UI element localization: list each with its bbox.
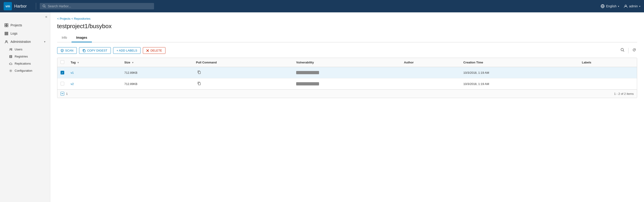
cloud-icon [9,62,12,65]
row-pull-command[interactable] [193,78,293,89]
svg-rect-9 [7,25,8,27]
sidebar-item-configuration[interactable]: Configuration [9,67,50,74]
sidebar-item-logs[interactable]: Logs [0,29,50,38]
sidebar-collapse[interactable]: « [0,12,50,21]
row-author [400,67,460,78]
globe-icon [600,4,605,8]
copy-command-button[interactable] [196,81,202,86]
add-labels-button[interactable]: + ADD LABELS [113,47,141,54]
administration-label: Administration [10,40,31,44]
copy-icon [197,81,201,85]
header-author: Author [400,58,460,67]
search-icon-button[interactable] [620,47,626,54]
svg-rect-23 [198,71,200,74]
svg-rect-12 [5,34,8,35]
header-labels: Labels [579,58,637,67]
row-size: 712.89KB [121,67,193,78]
select-all-checkbox[interactable] [60,60,64,64]
sidebar-item-label: Registries [15,55,28,58]
row-creation-time: 10/3/2018, 1:19 AM [460,67,579,78]
topnav-right: English ▾ admin ▾ [600,4,640,8]
sidebar-item-projects[interactable]: Projects [0,21,50,29]
svg-line-22 [623,51,624,52]
search-input[interactable] [48,4,151,8]
logo-text: vm [6,4,10,8]
tabs: Info Images [57,33,637,42]
scan-button[interactable]: SCAN [57,47,77,54]
refresh-button[interactable] [631,47,637,54]
minus-icon [61,92,64,95]
page-title: testproject1/busybox [57,23,637,30]
breadcrumb: < Projects < Repositories [57,17,637,20]
collapse-icon[interactable]: « [45,15,47,19]
row-labels [579,78,637,89]
logo: vm Harbor [4,2,27,10]
chevron-down-icon: ▾ [639,5,640,8]
footer-checkbox[interactable] [60,92,64,95]
header-checkbox-col[interactable] [57,58,68,67]
tab-info[interactable]: Info [57,33,72,42]
breadcrumb-repositories[interactable]: < Repositories [71,17,90,20]
tab-images[interactable]: Images [72,33,92,42]
row-checkbox[interactable] [60,82,64,85]
search-icon [620,48,624,52]
sidebar-section-administration[interactable]: Administration ▾ [0,38,50,46]
breadcrumb-projects[interactable]: < Projects [57,17,70,20]
svg-point-14 [10,48,11,49]
table-footer: 1 1 - 2 of 2 items [57,89,637,98]
svg-point-15 [11,48,12,49]
header-tag[interactable]: Tag ▾ [68,58,121,67]
tag-link[interactable]: v1 [70,71,74,74]
sidebar-item-users[interactable]: Users [9,46,50,53]
language-label: English [606,4,616,8]
table: Tag ▾ Size ▾ Pull Command Vulnerability [57,58,637,89]
tag-link[interactable]: v2 [70,82,74,86]
table-header-row: Tag ▾ Size ▾ Pull Command Vulnerability [57,58,637,67]
row-checkbox-cell[interactable]: ✓ [57,67,68,78]
row-labels [579,67,637,78]
language-selector[interactable]: English ▾ [600,4,619,8]
delete-label: DELETE [150,49,162,52]
sidebar-sub-admin: Users Registries Replications [0,46,50,74]
sidebar-item-replications[interactable]: Replications [9,60,50,67]
header-size[interactable]: Size ▾ [121,58,193,67]
header-pull-command: Pull Command [193,58,293,67]
gear-icon [9,69,12,72]
copy-digest-button[interactable]: COPY DIGEST [79,47,111,54]
vulnerability-bar [296,82,319,85]
row-pull-command[interactable] [193,67,293,78]
logo-box: vm [4,2,12,10]
table-footer-left: 1 [60,92,68,95]
row-vulnerability [293,67,401,78]
search-icon [42,4,46,8]
svg-point-13 [6,41,7,42]
row-checkbox[interactable]: ✓ [60,71,64,74]
sidebar-item-registries[interactable]: Registries [9,53,50,60]
grid-icon [4,23,8,27]
toolbar-divider [628,48,628,53]
svg-rect-10 [5,32,8,33]
admin-icon [4,40,8,44]
row-creation-time: 10/3/2018, 1:19 AM [460,78,579,89]
search-bar[interactable] [40,3,154,9]
header-vulnerability: Vulnerability [293,58,401,67]
row-tag[interactable]: v2 [68,78,121,89]
sidebar: « Projects Logs [0,12,50,202]
add-labels-label: + ADD LABELS [116,49,137,52]
row-tag[interactable]: v1 [68,67,121,78]
refresh-icon [632,48,636,52]
svg-point-17 [10,70,11,71]
row-author [400,78,460,89]
copy-command-button[interactable] [196,70,202,75]
sidebar-item-label: Configuration [15,69,32,72]
copy-icon [82,49,86,52]
svg-rect-11 [5,33,8,34]
svg-rect-8 [5,25,6,27]
row-checkbox-cell[interactable] [57,78,68,89]
row-size: 712.89KB [121,78,193,89]
topnav: vm Harbor English ▾ admin ▾ [0,0,644,12]
user-label: admin [629,4,638,8]
svg-line-1 [45,7,46,7]
delete-button[interactable]: DELETE [143,47,166,54]
user-menu[interactable]: admin ▾ [624,4,640,8]
